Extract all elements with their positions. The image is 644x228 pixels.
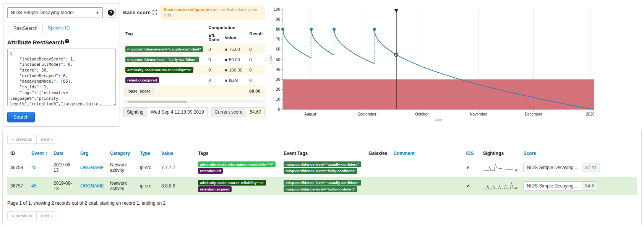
svg-text:Date: Date	[435, 118, 442, 122]
sighting-label: Sighting	[123, 107, 147, 117]
base-score-panel: Base score Base score configuration not …	[123, 3, 265, 117]
tag-badge: misp:confidence-level="fairly-confident"	[125, 57, 199, 62]
cell-id: 36757	[7, 177, 28, 195]
score-model-name: NIDS Simple Decaying ...	[524, 182, 581, 190]
sort-asc-icon: ↑	[45, 151, 47, 156]
svg-text:October: October	[415, 112, 429, 116]
column-header-score[interactable]: Score	[520, 148, 637, 158]
result-cell: 0	[247, 65, 265, 75]
decay-chart: 0102030405060708090100AugustSeptemberOct…	[268, 3, 642, 124]
svg-text:40: 40	[276, 67, 281, 72]
tag-badge[interactable]: admiralty-scale:source-reliability="a"	[198, 180, 266, 186]
column-header-comment[interactable]: Comment	[390, 148, 463, 158]
column-header-ids[interactable]: IDS	[463, 148, 480, 158]
multiply-icon: ✖	[225, 79, 228, 83]
svg-text:50: 50	[276, 57, 281, 62]
current-score-label: Current score	[211, 107, 247, 117]
cell-galaxies	[365, 177, 390, 195]
svg-text:30: 30	[276, 77, 281, 81]
previous-page-button[interactable]: « previous	[8, 212, 37, 220]
base-score-row: misp:confidence-level="usually-confident…	[123, 44, 265, 55]
result-cell: 0	[247, 44, 265, 55]
org-link[interactable]: ORGNAME	[80, 183, 104, 189]
scrollbar-thumb[interactable]	[128, 101, 187, 103]
svg-text:100: 100	[274, 7, 280, 11]
svg-text:December: December	[525, 112, 543, 116]
sightings-sparkline	[483, 162, 517, 173]
help-button[interactable]: ?	[106, 8, 116, 18]
warning-strong-text: Base score configuration	[164, 7, 212, 12]
previous-page-button[interactable]: « previous	[8, 135, 37, 143]
tag-badge[interactable]: retention:expired	[198, 186, 232, 192]
search-button[interactable]: Search	[7, 112, 35, 122]
restsearch-heading-text: Attribute RestSearch	[7, 39, 64, 46]
tag-badge[interactable]: admiralty-scale:information-credibility=…	[198, 161, 275, 167]
tag-cell: misp:confidence-level="fairly-confident"	[123, 54, 206, 65]
tag-cell: admiralty-scale:source-reliability="a"	[123, 65, 206, 75]
column-header-category[interactable]: Category	[107, 148, 137, 158]
cell-score: NIDS Simple Decaying ...37.41	[520, 158, 637, 177]
horizontal-scrollbar[interactable]	[123, 100, 265, 103]
score-box[interactable]: NIDS Simple Decaying ...37.41	[523, 163, 600, 172]
tag-cell: misp:confidence-level="usually-confident…	[123, 44, 206, 55]
decay-line	[311, 29, 334, 55]
cell-sightings	[480, 158, 520, 177]
cell-org: ORGNAME	[77, 158, 107, 177]
org-link[interactable]: ORGNAME	[80, 165, 104, 170]
base-score-total-value: 80.00	[247, 85, 265, 97]
expand-icon[interactable]	[152, 10, 157, 15]
event-link[interactable]: 45	[31, 165, 36, 170]
value-cell: ✖50.00	[222, 54, 247, 65]
attributes-table: IDEvent ↑DateOrgCategoryTypeValueTagsEve…	[7, 148, 637, 195]
column-header-date[interactable]: Date	[50, 148, 77, 158]
column-header-galaxies: Galaxies	[365, 148, 390, 158]
column-header-org[interactable]: Org	[77, 148, 107, 158]
caret-down-icon: ▼	[96, 11, 99, 15]
restsearch-query-input[interactable]: { "includeDecayScore": 1, "includeFullMo…	[7, 49, 116, 106]
tab-restsearch[interactable]: RestSearch	[8, 23, 43, 34]
svg-text:2020: 2020	[586, 112, 595, 116]
cell-score: NIDS Simple Decaying ...54.6	[520, 177, 637, 195]
question-icon: ?	[108, 10, 114, 16]
event-tag-badge[interactable]: misp:confidence-level="fairly-confident"	[284, 186, 357, 192]
cell-type: ip-src	[137, 177, 158, 195]
base-score-warning: Base score configuration not set. But de…	[161, 5, 265, 20]
help-sup-icon: ?	[65, 39, 69, 43]
sightings-sparkline	[483, 180, 517, 191]
score-value: 54.6	[582, 182, 597, 190]
score-box[interactable]: NIDS Simple Decaying ...54.6	[523, 181, 597, 191]
cell-date: 2019-08-13	[50, 158, 77, 177]
event-link[interactable]: 45	[31, 183, 36, 189]
next-page-button[interactable]: next »	[37, 135, 57, 143]
column-header-event[interactable]: Event ↑	[28, 148, 50, 158]
model-select[interactable]: NIDS Simple Decaying Model ▼	[7, 7, 103, 18]
column-header-type[interactable]: Type	[137, 148, 158, 158]
event-tag-badge[interactable]: misp:confidence-level="usually-confident…	[284, 161, 361, 167]
result-cell: 0	[247, 54, 265, 65]
base-score-row: misp:confidence-level="fairly-confident"…	[123, 54, 265, 65]
tab-specific-id[interactable]: Specific ID	[43, 23, 75, 34]
svg-text:August: August	[304, 112, 316, 116]
column-header-tag: Tag	[123, 24, 206, 44]
cell-type: ip-src	[137, 158, 158, 177]
event-tag-badge[interactable]: misp:confidence-level="usually-confident…	[284, 180, 361, 186]
restsearch-heading: Attribute RestSearch?	[7, 39, 116, 46]
column-header-tags: Tags	[195, 148, 281, 158]
event-tag-badge[interactable]: misp:confidence-level="fairly-confident"	[284, 168, 357, 174]
column-header-sightings: Sightings	[480, 148, 520, 158]
column-header-value[interactable]: Value	[158, 148, 195, 158]
search-tabs: RestSearch Specific ID	[7, 23, 116, 34]
base-score-table: Tag Computation Result Eff. Ratio Value …	[123, 24, 265, 97]
cell-value: 7.7.7.7	[158, 158, 195, 177]
tag-badge[interactable]: retention:2d	[198, 168, 223, 174]
value-cell: ✖NaN	[222, 75, 247, 85]
sighting-dot	[333, 28, 336, 31]
svg-text:November: November	[470, 112, 488, 116]
sighting-row: Sighting Wed Sep 4 12:18:09 2019 Current…	[123, 107, 265, 117]
column-header-computation: Computation	[206, 24, 247, 31]
cell-tags: admiralty-scale:information-credibility=…	[195, 158, 281, 177]
column-header-value: Value	[222, 31, 247, 44]
eff-ratio-cell: 0	[206, 75, 222, 85]
pagination-bottom: « previous next »	[7, 211, 57, 220]
next-page-button[interactable]: next »	[37, 212, 57, 220]
